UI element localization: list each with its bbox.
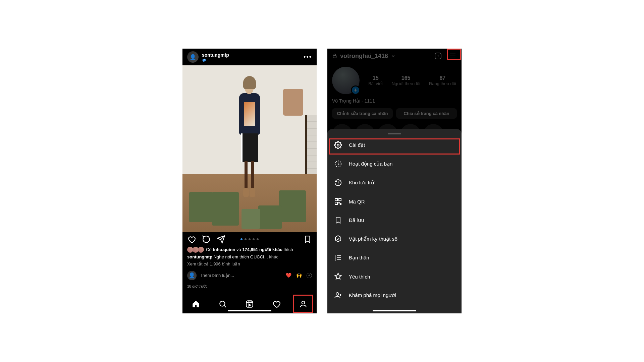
menu-favorites[interactable]: Yêu thích [327, 267, 462, 286]
stat-posts-label: Bài viết [368, 81, 383, 86]
stat-following-label: Đang theo dõi [429, 81, 456, 86]
stat-followers-label: Người theo dõi [391, 81, 420, 86]
post-more-button[interactable]: ••• [304, 54, 312, 61]
svg-rect-9 [339, 198, 341, 201]
menu-archive-label: Kho lưu trữ [349, 180, 374, 186]
svg-point-3 [302, 301, 305, 304]
settings-icon [334, 141, 342, 149]
comment-button-icon[interactable] [202, 235, 211, 244]
svg-rect-2 [246, 301, 253, 307]
favorites-icon [334, 273, 342, 281]
emoji-more-icon[interactable]: + [307, 273, 312, 278]
svg-rect-4 [333, 56, 336, 58]
add-comment-row[interactable]: 👤 Thêm bình luận... ❤️ 🙌 + [187, 271, 312, 280]
chevron-down-icon[interactable] [391, 54, 395, 58]
svg-rect-5 [435, 53, 441, 59]
menu-digital-label: Vật phẩm kỹ thuật số [349, 236, 397, 242]
menu-close-friends-label: Bạn thân [349, 255, 369, 261]
menu-discover-label: Khám phá mọi người [349, 292, 396, 298]
new-post-icon[interactable] [434, 52, 442, 60]
activity-icon [334, 160, 342, 168]
bottom-sheet-menu: Cài đặt Hoạt động của bạn Kho lưu trữ Mã… [327, 129, 462, 313]
menu-settings-label: Cài đặt [349, 142, 365, 148]
caption-more[interactable]: khác [269, 254, 278, 259]
save-button-icon[interactable] [303, 235, 312, 244]
discover-people-icon [334, 291, 342, 299]
archive-icon [334, 179, 342, 187]
liked-user[interactable]: tnhu.quinn [213, 247, 235, 252]
tab-profile-icon[interactable] [298, 299, 308, 309]
svg-point-11 [336, 293, 339, 295]
hamburger-menu-icon[interactable] [449, 52, 457, 60]
profile-stats: 15 Bài viết 165 Người theo dõi 87 Đang t… [332, 67, 457, 94]
comment-input[interactable]: Thêm bình luận... [200, 272, 281, 279]
share-button-icon[interactable] [217, 235, 225, 244]
profile-username[interactable]: votronghai_1416 [340, 53, 388, 60]
menu-archive[interactable]: Kho lưu trữ [327, 173, 462, 192]
menu-activity[interactable]: Hoạt động của bạn [327, 155, 462, 173]
post-image[interactable] [182, 65, 317, 232]
menu-saved[interactable]: Đã lưu [327, 211, 462, 230]
liked-prefix: Có [206, 247, 212, 252]
stat-posts-value: 15 [373, 75, 379, 81]
emoji-hands-icon[interactable]: 🙌 [296, 272, 302, 279]
post-author-name[interactable]: sontungmtp [202, 52, 230, 62]
liked-others[interactable]: 174,951 người khác [242, 247, 282, 252]
tab-home-icon[interactable] [191, 299, 201, 309]
tab-reels-icon[interactable] [245, 299, 255, 309]
phone-feed: 👤 sontungmtp ••• [182, 49, 317, 313]
post-header: 👤 sontungmtp ••• [182, 49, 317, 65]
tab-activity-icon[interactable] [271, 299, 281, 309]
caption-text: Nghe nói em thích GUCCI... [214, 254, 268, 259]
sheet-handle[interactable] [388, 133, 401, 134]
qr-icon [334, 197, 342, 205]
menu-settings[interactable]: Cài đặt [327, 136, 462, 155]
svg-point-1 [220, 301, 225, 306]
menu-qr-label: Mã QR [349, 199, 365, 204]
post-timestamp: 18 giờ trước [187, 284, 312, 289]
home-indicator [228, 310, 271, 311]
menu-digital[interactable]: Vật phẩm kỹ thuật số [327, 230, 462, 248]
emoji-heart-icon[interactable]: ❤️ [286, 272, 291, 279]
post-actions [182, 232, 317, 246]
share-profile-button[interactable]: Chia sẻ trang cá nhân [396, 108, 457, 119]
close-friends-icon [334, 254, 342, 262]
home-indicator [373, 310, 416, 311]
svg-rect-8 [335, 198, 337, 201]
stat-posts[interactable]: 15 Bài viết [368, 75, 383, 86]
lock-icon [332, 53, 337, 59]
stat-followers-value: 165 [401, 75, 411, 81]
menu-favorites-label: Yêu thích [349, 274, 370, 280]
carousel-dots [240, 238, 259, 240]
liked-and: và [236, 247, 241, 252]
profile-top-bar: votronghai_1416 [332, 49, 457, 63]
digital-icon [334, 235, 342, 243]
saved-icon [334, 216, 342, 224]
view-comments-link[interactable]: Xem tất cả 1,996 bình luận [187, 261, 312, 267]
self-avatar: 👤 [187, 271, 197, 280]
edit-profile-button[interactable]: Chỉnh sửa trang cá nhân [332, 108, 393, 119]
like-button-icon[interactable] [187, 235, 196, 244]
liked-by-row[interactable]: Có tnhu.quinn và 174,951 người khác thíc… [187, 246, 312, 253]
stat-following-value: 87 [439, 75, 445, 81]
menu-saved-label: Đã lưu [349, 217, 364, 223]
svg-rect-10 [335, 202, 337, 204]
phone-profile-menu: votronghai_1416 [327, 49, 462, 313]
caption-row: sontungmtp Nghe nói em thích GUCCI... kh… [187, 254, 312, 260]
menu-close-friends[interactable]: Bạn thân [327, 248, 462, 267]
tab-search-icon[interactable] [218, 299, 228, 309]
post-meta: Có tnhu.quinn và 174,951 người khác thíc… [182, 246, 317, 289]
stat-following[interactable]: 87 Đang theo dõi [429, 75, 456, 86]
profile-display-name: Võ Trọng Hải - 1111 [332, 98, 457, 104]
verified-badge-icon [202, 58, 230, 62]
post-author-username[interactable]: sontungmtp [202, 52, 229, 58]
post-author-avatar[interactable]: 👤 [187, 51, 199, 63]
menu-activity-label: Hoạt động của bạn [349, 161, 392, 167]
stat-followers[interactable]: 165 Người theo dõi [391, 75, 420, 86]
profile-avatar[interactable] [332, 67, 360, 94]
liked-suffix: thích [283, 247, 293, 252]
menu-qr[interactable]: Mã QR [327, 192, 462, 211]
svg-point-6 [337, 144, 339, 146]
caption-user[interactable]: sontungmtp [187, 254, 212, 259]
menu-discover[interactable]: Khám phá mọi người [327, 286, 462, 305]
